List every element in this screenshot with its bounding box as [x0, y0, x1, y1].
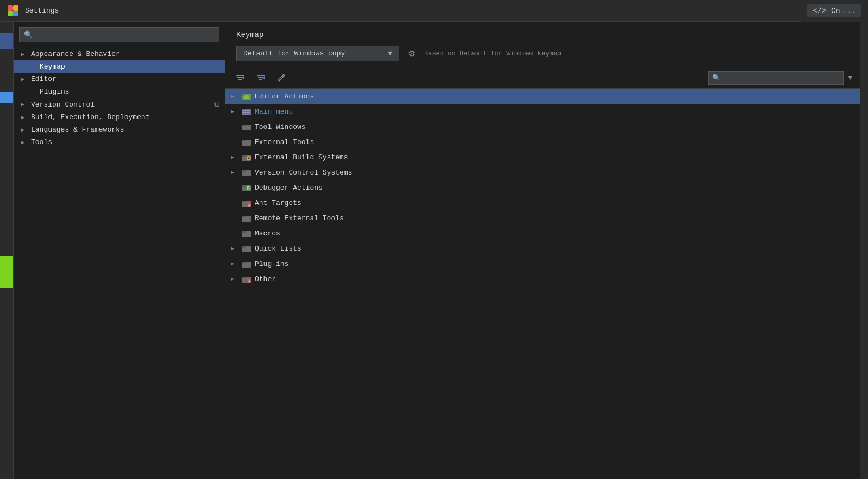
svg-rect-6: [238, 79, 242, 80]
tree-arrow-quick-lists: ▶: [231, 245, 238, 252]
sidebar-label-tools: Tools: [31, 138, 52, 146]
tree-item-macros[interactable]: Macros: [225, 226, 860, 241]
sidebar-label-build: Build, Execution, Deployment: [31, 113, 149, 121]
sidebar-search-container: 🔍: [14, 27, 225, 48]
svg-rect-23: [242, 140, 246, 141]
tree-item-debugger[interactable]: D Debugger Actions: [225, 180, 860, 195]
code-badge: </> Cn ...: [807, 4, 861, 17]
tree-label-remote-ext: Remote External Tools: [255, 214, 344, 222]
tree-item-vcs[interactable]: ▶ Version Control Systems: [225, 165, 860, 180]
folder-icon-other: ×: [242, 275, 251, 283]
svg-marker-7: [242, 76, 244, 79]
sidebar-item-plugins[interactable]: Plugins: [14, 85, 225, 98]
tree-item-quick-lists[interactable]: ▶ Quick Lists: [225, 241, 860, 256]
svg-rect-46: [242, 277, 246, 278]
sidebar-label-plugins: Plugins: [40, 88, 70, 96]
svg-rect-3: [13, 11, 18, 16]
search-options-icon[interactable]: ▼: [846, 74, 854, 82]
keymap-tree: ▶ Editor Actions ▶: [225, 89, 860, 479]
svg-rect-1: [13, 5, 18, 11]
arrow-icon-lang: ▶: [21, 127, 28, 133]
arrow-icon-editor: ▶: [21, 76, 28, 83]
right-strip: [860, 22, 868, 479]
tree-label-main-menu: Main menu: [255, 108, 293, 116]
sidebar-item-appearance[interactable]: ▶ Appearance & Behavior: [14, 48, 225, 60]
more-indicator: ...: [842, 7, 856, 15]
svg-rect-38: [242, 216, 246, 217]
code-badge-text: </> Cn: [813, 7, 840, 15]
tree-arrow-other: ▶: [231, 276, 238, 282]
folder-icon-external-tools: [242, 138, 251, 146]
svg-text:×: ×: [249, 279, 251, 283]
sidebar-item-versioncontrol[interactable]: ▶ Version Control ⧉: [14, 98, 225, 111]
folder-icon-external-build: [242, 153, 251, 161]
sidebar-label-editor: Editor: [31, 75, 56, 83]
sidebar-item-build[interactable]: ▶ Build, Execution, Deployment: [14, 111, 225, 123]
svg-rect-2: [8, 11, 13, 16]
keymap-dropdown[interactable]: Default for Windows copy ▼: [236, 46, 399, 61]
sidebar-item-editor[interactable]: ▶ Editor: [14, 73, 225, 85]
tree-item-external-build[interactable]: ▶ External Build Systems: [225, 150, 860, 165]
sidebar-tree: ▶ Appearance & Behavior Keymap ▶ Editor …: [14, 48, 225, 474]
folder-icon-debugger: D: [242, 183, 251, 192]
tree-item-editor-actions[interactable]: ▶ Editor Actions: [225, 89, 860, 104]
sidebar-label-vc: Version Control: [31, 101, 95, 109]
folder-icon-plugins: [242, 259, 251, 268]
tree-arrow-vcs: ▶: [231, 169, 238, 176]
filter-button-2[interactable]: [251, 71, 270, 85]
sidebar-item-tools[interactable]: ▶ Tools: [14, 136, 225, 148]
tree-arrow-editor-actions: ▶: [231, 93, 238, 99]
tree-item-external-tools[interactable]: External Tools: [225, 134, 860, 150]
tree-item-ant[interactable]: × Ant Targets: [225, 195, 860, 210]
sidebar-item-languages[interactable]: ▶ Languages & Frameworks: [14, 123, 225, 136]
title-bar: Settings: [0, 0, 868, 22]
svg-rect-25: [242, 155, 246, 157]
keymap-search-container: 🔍: [708, 71, 844, 85]
svg-rect-4: [236, 75, 244, 76]
tree-item-plugins[interactable]: ▶ Plug-ins: [225, 256, 860, 271]
svg-rect-9: [258, 77, 263, 78]
svg-rect-42: [242, 246, 246, 248]
folder-icon-remote-ext: [242, 214, 251, 222]
tree-item-other[interactable]: ▶ × Other: [225, 271, 860, 287]
folder-icon-quick-lists: [242, 244, 251, 253]
settings-sidebar: 🔍 ▶ Appearance & Behavior Keymap ▶ Edito…: [14, 22, 225, 479]
svg-rect-40: [242, 231, 246, 233]
svg-rect-0: [8, 5, 13, 11]
edit-shortcut-button[interactable]: [272, 71, 291, 85]
folder-icon-vcs: [242, 168, 251, 177]
tree-label-external-build: External Build Systems: [255, 153, 348, 161]
tree-label-tool-windows: Tool Windows: [255, 123, 306, 131]
svg-text:×: ×: [248, 203, 250, 207]
left-strip: [0, 22, 14, 479]
tree-item-main-menu[interactable]: ▶ Main menu: [225, 104, 860, 119]
tree-arrow-plugins: ▶: [231, 260, 238, 267]
tree-item-remote-ext[interactable]: Remote External Tools: [225, 210, 860, 226]
keymap-gear-button[interactable]: ⚙: [405, 47, 419, 60]
arrow-icon: ▶: [21, 51, 28, 58]
svg-rect-19: [242, 114, 250, 115]
svg-rect-17: [242, 110, 250, 111]
folder-icon-macros: [242, 229, 251, 238]
svg-rect-30: [242, 185, 246, 187]
tree-label-plugins: Plug-ins: [255, 260, 288, 268]
keymap-controls: Default for Windows copy ▼ ⚙ Based on De…: [236, 46, 849, 61]
content-header: Keymap Default for Windows copy ▼ ⚙ Base…: [225, 22, 860, 67]
keymap-title: Keymap: [236, 30, 849, 39]
sidebar-label-appearance: Appearance & Behavior: [31, 50, 120, 58]
keymap-search-input[interactable]: [724, 72, 843, 84]
sidebar-search[interactable]: 🔍: [19, 27, 219, 42]
svg-rect-14: [244, 95, 249, 99]
dropdown-arrow: ▼: [388, 49, 392, 58]
dropdown-value: Default for Windows copy: [243, 49, 345, 58]
tree-item-tool-windows[interactable]: Tool Windows: [225, 119, 860, 134]
sidebar-item-keymap[interactable]: Keymap: [14, 60, 225, 73]
svg-rect-21: [242, 125, 246, 126]
svg-text:D: D: [247, 186, 250, 191]
filter-button-1[interactable]: [231, 71, 249, 85]
folder-icon-ant: ×: [242, 198, 251, 207]
content-area: Keymap Default for Windows copy ▼ ⚙ Base…: [225, 22, 860, 479]
svg-rect-28: [242, 170, 246, 172]
tree-label-debugger: Debugger Actions: [255, 184, 323, 192]
topright-bar: </> Cn ...: [801, 0, 868, 22]
